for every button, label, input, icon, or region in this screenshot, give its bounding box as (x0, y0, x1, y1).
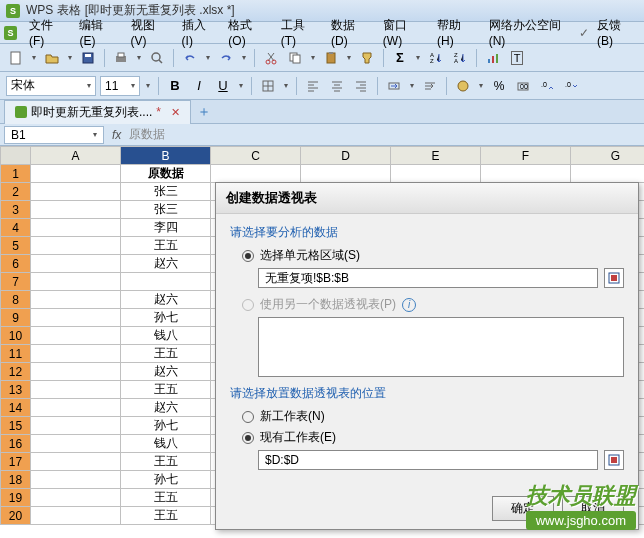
cell-B13[interactable]: 王五 (121, 381, 211, 399)
col-header-C[interactable]: C (211, 147, 301, 165)
merge-icon[interactable] (384, 76, 404, 96)
row-header-14[interactable]: 14 (1, 399, 31, 417)
menu-window[interactable]: 窗口(W) (377, 15, 429, 50)
cell-A2[interactable] (31, 183, 121, 201)
cell-B4[interactable]: 李四 (121, 219, 211, 237)
row-header-8[interactable]: 8 (1, 291, 31, 309)
bold-icon[interactable]: B (165, 76, 185, 96)
align-left-icon[interactable] (303, 76, 323, 96)
col-header-A[interactable]: A (31, 147, 121, 165)
cell-A20[interactable] (31, 507, 121, 525)
col-header-B[interactable]: B (121, 147, 211, 165)
cell-B20[interactable]: 王五 (121, 507, 211, 525)
cell-A17[interactable] (31, 453, 121, 471)
menu-insert[interactable]: 插入(I) (176, 15, 221, 50)
sort-asc-icon[interactable]: AZ (426, 48, 446, 68)
row-header-7[interactable]: 7 (1, 273, 31, 291)
font-name-select[interactable]: 宋体 ▾ (6, 76, 96, 96)
row-header-13[interactable]: 13 (1, 381, 31, 399)
row-header-6[interactable]: 6 (1, 255, 31, 273)
sum-icon[interactable]: Σ (390, 48, 410, 68)
cell-A12[interactable] (31, 363, 121, 381)
cell-A9[interactable] (31, 309, 121, 327)
menu-tools[interactable]: 工具(T) (275, 15, 323, 50)
cell-A6[interactable] (31, 255, 121, 273)
cell-G1[interactable] (571, 165, 645, 183)
sort-desc-icon[interactable]: ZA (450, 48, 470, 68)
paste-icon[interactable] (321, 48, 341, 68)
cell-B14[interactable]: 赵六 (121, 399, 211, 417)
cell-B15[interactable]: 孙七 (121, 417, 211, 435)
cell-B9[interactable]: 孙七 (121, 309, 211, 327)
range-input[interactable] (258, 268, 598, 288)
cell-F1[interactable] (481, 165, 571, 183)
currency-icon[interactable] (453, 76, 473, 96)
cell-B10[interactable]: 钱八 (121, 327, 211, 345)
cell-E1[interactable] (391, 165, 481, 183)
undo-icon[interactable] (180, 48, 200, 68)
menu-format[interactable]: 格式(O) (222, 15, 272, 50)
row-header-1[interactable]: 1 (1, 165, 31, 183)
align-center-icon[interactable] (327, 76, 347, 96)
font-size-select[interactable]: 11 ▾ (100, 76, 140, 96)
add-tab-button[interactable]: ＋ (191, 103, 217, 121)
col-header-D[interactable]: D (301, 147, 391, 165)
row-header-16[interactable]: 16 (1, 435, 31, 453)
cell-A18[interactable] (31, 471, 121, 489)
italic-icon[interactable]: I (189, 76, 209, 96)
col-header-E[interactable]: E (391, 147, 481, 165)
menu-app-icon[interactable]: S (4, 26, 17, 40)
percent-icon[interactable]: % (489, 76, 509, 96)
comma-icon[interactable]: 00 (513, 76, 533, 96)
cell-A4[interactable] (31, 219, 121, 237)
cell-B2[interactable]: 张三 (121, 183, 211, 201)
cell-A13[interactable] (31, 381, 121, 399)
cell-A16[interactable] (31, 435, 121, 453)
row-header-15[interactable]: 15 (1, 417, 31, 435)
cell-A10[interactable] (31, 327, 121, 345)
row-header-9[interactable]: 9 (1, 309, 31, 327)
radio-existing-sheet[interactable]: 现有工作表(E) (242, 429, 624, 446)
cell-B7[interactable] (121, 273, 211, 291)
cell-A19[interactable] (31, 489, 121, 507)
cell-B18[interactable]: 孙七 (121, 471, 211, 489)
cell-A1[interactable] (31, 165, 121, 183)
cell-C1[interactable] (211, 165, 301, 183)
chart-icon[interactable] (483, 48, 503, 68)
row-header-18[interactable]: 18 (1, 471, 31, 489)
wrap-icon[interactable] (420, 76, 440, 96)
cell-B17[interactable]: 王五 (121, 453, 211, 471)
cell-B6[interactable]: 赵六 (121, 255, 211, 273)
cell-A5[interactable] (31, 237, 121, 255)
underline-icon[interactable]: U (213, 76, 233, 96)
row-header-10[interactable]: 10 (1, 327, 31, 345)
col-header-G[interactable]: G (571, 147, 645, 165)
cell-B16[interactable]: 钱八 (121, 435, 211, 453)
decimal-dec-icon[interactable]: .0 (561, 76, 581, 96)
new-icon[interactable] (6, 48, 26, 68)
menu-edit[interactable]: 编辑(E) (73, 15, 122, 50)
cell-B8[interactable]: 赵六 (121, 291, 211, 309)
decimal-inc-icon[interactable]: .0 (537, 76, 557, 96)
close-icon[interactable]: ✕ (171, 106, 180, 119)
cut-icon[interactable] (261, 48, 281, 68)
row-header-4[interactable]: 4 (1, 219, 31, 237)
border-icon[interactable] (258, 76, 278, 96)
menu-file[interactable]: 文件(F) (23, 15, 71, 50)
row-header-11[interactable]: 11 (1, 345, 31, 363)
radio-new-sheet[interactable]: 新工作表(N) (242, 408, 624, 425)
range-picker-icon[interactable] (604, 268, 624, 288)
col-header-F[interactable]: F (481, 147, 571, 165)
cell-A11[interactable] (31, 345, 121, 363)
formula-bar[interactable]: 原数据 (129, 126, 165, 143)
cell-A3[interactable] (31, 201, 121, 219)
row-header-2[interactable]: 2 (1, 183, 31, 201)
radio-select-range[interactable]: 选择单元格区域(S) (242, 247, 624, 264)
preview-icon[interactable] (147, 48, 167, 68)
cell-B3[interactable]: 张三 (121, 201, 211, 219)
cell-A15[interactable] (31, 417, 121, 435)
cell-B11[interactable]: 王五 (121, 345, 211, 363)
row-header-19[interactable]: 19 (1, 489, 31, 507)
menu-feedback[interactable]: 反馈(B) (591, 15, 640, 50)
print-icon[interactable] (111, 48, 131, 68)
